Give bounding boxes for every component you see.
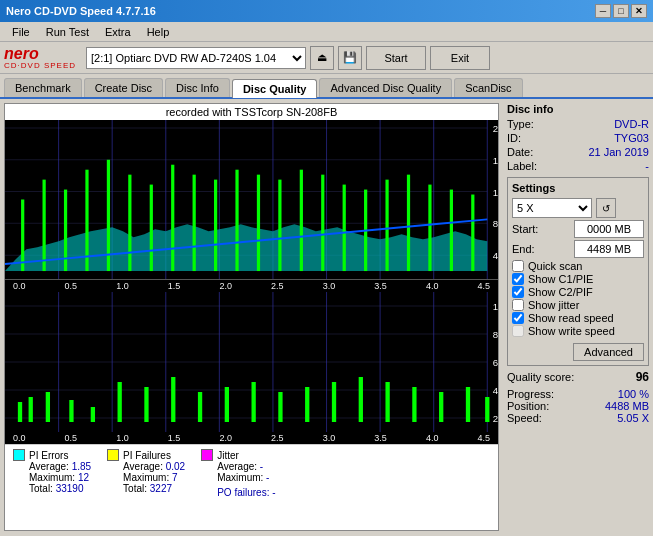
disc-date-label: Date: xyxy=(507,146,533,158)
show-c2-label: Show C2/PIF xyxy=(528,286,593,298)
svg-text:8: 8 xyxy=(493,330,498,340)
quick-scan-row: Quick scan xyxy=(512,260,644,272)
disc-id-row: ID: TYG03 xyxy=(507,131,649,145)
advanced-button[interactable]: Advanced xyxy=(573,343,644,361)
pi-errors-legend: PI Errors Average: 1.85 Maximum: 12 Tota… xyxy=(13,449,91,498)
svg-text:12: 12 xyxy=(493,188,498,198)
drive-selector[interactable]: [2:1] Optiarc DVD RW AD-7240S 1.04 xyxy=(86,47,306,69)
svg-text:6: 6 xyxy=(493,358,498,368)
close-button[interactable]: ✕ xyxy=(631,4,647,18)
svg-rect-36 xyxy=(471,195,474,272)
position-label: Position: xyxy=(507,400,549,412)
upper-chart-svg: 20 16 12 8 4 xyxy=(5,120,498,279)
pi-failures-label: PI Failures xyxy=(123,450,171,461)
svg-rect-24 xyxy=(214,180,217,271)
pi-errors-total: Total: 33190 xyxy=(29,483,91,494)
quick-scan-checkbox[interactable] xyxy=(512,260,524,272)
quality-score-val: 96 xyxy=(636,370,649,384)
speed-selector[interactable]: 5 X xyxy=(512,198,592,218)
tab-scan-disc[interactable]: ScanDisc xyxy=(454,78,522,97)
menu-extra[interactable]: Extra xyxy=(97,24,139,40)
pi-errors-label: PI Errors xyxy=(29,450,68,461)
disc-label-val: - xyxy=(645,160,649,172)
menu-file[interactable]: File xyxy=(4,24,38,40)
svg-rect-69 xyxy=(332,382,336,422)
main-content: recorded with TSSTcorp SN-208FB xyxy=(0,99,653,535)
position-row: Position: 4488 MB xyxy=(507,400,649,412)
speed-result-label: Speed: xyxy=(507,412,542,424)
toolbar: nero CD·DVD SPEED [2:1] Optiarc DVD RW A… xyxy=(0,42,653,74)
nero-brand-text: nero xyxy=(4,46,76,62)
end-mb-label: End: xyxy=(512,243,535,255)
minimize-button[interactable]: ─ xyxy=(595,4,611,18)
pi-errors-max: Maximum: 12 xyxy=(29,472,91,483)
pi-failures-legend: PI Failures Average: 0.02 Maximum: 7 Tot… xyxy=(107,449,185,498)
nero-sub-text: CD·DVD SPEED xyxy=(4,62,76,70)
right-panel: Disc info Type: DVD-R ID: TYG03 Date: 21… xyxy=(503,99,653,535)
show-read-speed-row: Show read speed xyxy=(512,312,644,324)
svg-text:4: 4 xyxy=(493,251,498,261)
menu-help[interactable]: Help xyxy=(139,24,178,40)
tab-create-disc[interactable]: Create Disc xyxy=(84,78,163,97)
svg-rect-28 xyxy=(300,170,303,271)
svg-text:16: 16 xyxy=(493,156,498,166)
menu-run-test[interactable]: Run Test xyxy=(38,24,97,40)
show-c1-checkbox[interactable] xyxy=(512,273,524,285)
title-bar: Nero CD-DVD Speed 4.7.7.16 ─ □ ✕ xyxy=(0,0,653,22)
svg-rect-71 xyxy=(385,382,389,422)
position-val: 4488 MB xyxy=(605,400,649,412)
tab-advanced-disc-quality[interactable]: Advanced Disc Quality xyxy=(319,78,452,97)
show-c2-checkbox[interactable] xyxy=(512,286,524,298)
pi-failures-avg: Average: 0.02 xyxy=(123,461,185,472)
disc-info-title: Disc info xyxy=(507,103,649,115)
maximize-button[interactable]: □ xyxy=(613,4,629,18)
svg-rect-15 xyxy=(21,200,24,272)
refresh-button[interactable]: ↺ xyxy=(596,198,616,218)
tab-disc-quality[interactable]: Disc Quality xyxy=(232,79,318,98)
chart-area: recorded with TSSTcorp SN-208FB xyxy=(4,103,499,531)
svg-marker-14 xyxy=(5,224,487,271)
legend: PI Errors Average: 1.85 Maximum: 12 Tota… xyxy=(5,444,498,502)
svg-rect-56 xyxy=(18,402,22,422)
disc-type-label: Type: xyxy=(507,118,534,130)
disc-id-val: TYG03 xyxy=(614,132,649,144)
show-write-speed-checkbox[interactable] xyxy=(512,325,524,337)
svg-rect-64 xyxy=(198,392,202,422)
svg-text:2: 2 xyxy=(493,414,498,424)
progress-section: Progress: 100 % Position: 4488 MB Speed:… xyxy=(507,388,649,424)
pi-failures-color xyxy=(107,449,119,461)
eject-button[interactable]: ⏏ xyxy=(310,46,334,70)
svg-rect-75 xyxy=(485,397,489,422)
svg-rect-67 xyxy=(278,392,282,422)
svg-rect-59 xyxy=(69,400,73,422)
upper-chart: 20 16 12 8 4 xyxy=(5,120,498,280)
exit-button[interactable]: Exit xyxy=(430,46,490,70)
tab-benchmark[interactable]: Benchmark xyxy=(4,78,82,97)
nero-logo: nero CD·DVD SPEED xyxy=(4,46,76,70)
start-mb-label: Start: xyxy=(512,223,538,235)
svg-rect-62 xyxy=(144,387,148,422)
show-jitter-row: Show jitter xyxy=(512,299,644,311)
tab-disc-info[interactable]: Disc Info xyxy=(165,78,230,97)
end-mb-input[interactable] xyxy=(574,240,644,258)
start-mb-input[interactable] xyxy=(574,220,644,238)
show-c2-row: Show C2/PIF xyxy=(512,286,644,298)
speed-row-result: Speed: 5.05 X xyxy=(507,412,649,424)
show-c1-row: Show C1/PIE xyxy=(512,273,644,285)
progress-val: 100 % xyxy=(618,388,649,400)
settings-section: Settings 5 X ↺ Start: End: Quick scan xyxy=(507,177,649,366)
lower-x-axis: 0.0 0.5 1.0 1.5 2.0 2.5 3.0 3.5 4.0 4.5 xyxy=(5,432,498,444)
start-button[interactable]: Start xyxy=(366,46,426,70)
show-read-speed-checkbox[interactable] xyxy=(512,312,524,324)
svg-rect-16 xyxy=(43,180,46,271)
svg-rect-58 xyxy=(46,392,50,422)
pi-errors-avg: Average: 1.85 xyxy=(29,461,91,472)
svg-rect-26 xyxy=(257,175,260,271)
save-button[interactable]: 💾 xyxy=(338,46,362,70)
disc-type-row: Type: DVD-R xyxy=(507,117,649,131)
window-title: Nero CD-DVD Speed 4.7.7.16 xyxy=(6,5,156,17)
svg-text:4: 4 xyxy=(493,386,498,396)
speed-result-val: 5.05 X xyxy=(617,412,649,424)
svg-rect-66 xyxy=(252,382,256,422)
show-jitter-checkbox[interactable] xyxy=(512,299,524,311)
